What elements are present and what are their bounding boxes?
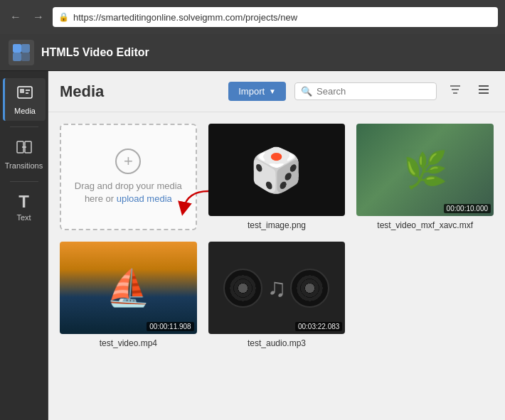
sidebar-media-label: Media — [14, 107, 36, 115]
content-area: Media Import ▼ 🔍 — [48, 71, 505, 420]
upload-media-link[interactable]: upload media — [117, 193, 172, 204]
plus-sign: + — [124, 152, 133, 171]
media-thumb-dice — [208, 124, 346, 216]
media-grid: + Drag and drop your mediahere or upload… — [48, 112, 505, 420]
content-header: Media Import ▼ 🔍 — [48, 71, 505, 112]
app-body: Media Transitions T Text — [0, 71, 505, 420]
app-header: HTML5 Video Editor — [0, 34, 505, 71]
url-text: https://smarteditingonline.solveigmm.com… — [73, 12, 297, 23]
app-title: HTML5 Video Editor — [41, 46, 149, 59]
drop-plus-icon: + — [115, 149, 141, 174]
sidebar: Media Transitions T Text — [0, 71, 48, 420]
media-name-test-image: test_image.png — [248, 220, 306, 230]
media-item-test-audio-mp3[interactable]: ♫ 00:03:22.083 test_audio.mp3 — [208, 242, 346, 348]
media-thumb-ship: 00:00:11.908 — [60, 242, 197, 334]
forward-button[interactable]: → — [30, 9, 47, 26]
svg-rect-5 — [20, 89, 24, 93]
media-item-test-video-mp4[interactable]: 00:00:11.908 test_video.mp4 — [60, 242, 197, 348]
back-button[interactable]: ← — [7, 9, 24, 26]
media-icon — [16, 84, 33, 104]
import-dropdown-arrow: ▼ — [269, 87, 276, 95]
vinyl-left — [223, 269, 262, 308]
media-duration-mxf: 00:00:10.000 — [444, 204, 491, 213]
logo-icon — [11, 43, 31, 63]
app-container: HTML5 Video Editor Media — [0, 34, 505, 420]
search-box: 🔍 — [294, 82, 437, 100]
search-icon: 🔍 — [301, 86, 312, 97]
content-title: Media — [60, 82, 220, 101]
sidebar-divider-1 — [10, 126, 38, 127]
address-bar: 🔒 https://smarteditingonline.solveigmm.c… — [53, 7, 498, 27]
sidebar-item-text[interactable]: T Text — [3, 188, 46, 227]
browser-chrome: ← → 🔒 https://smarteditingonline.solveig… — [0, 0, 505, 34]
drop-text: Drag and drop your mediahere or upload m… — [75, 180, 182, 205]
media-duration-mp4: 00:00:11.908 — [147, 322, 193, 331]
import-label: Import — [238, 86, 265, 97]
filter-button[interactable] — [445, 80, 465, 103]
svg-rect-1 — [21, 44, 30, 53]
filter-icon — [448, 82, 462, 97]
media-thumb-audio: ♫ 00:03:22.083 — [208, 242, 346, 334]
sort-icon — [477, 82, 491, 97]
media-name-test-video-mxf: test_video_mxf_xavc.mxf — [377, 220, 473, 230]
search-input[interactable] — [317, 86, 416, 97]
sort-button[interactable] — [474, 80, 494, 103]
sidebar-item-transitions[interactable]: Transitions — [3, 133, 46, 176]
svg-rect-2 — [13, 53, 21, 61]
svg-rect-0 — [13, 44, 21, 53]
media-name-test-video-mp4: test_video.mp4 — [100, 338, 157, 348]
sidebar-transitions-label: Transitions — [5, 161, 43, 170]
music-note-icon: ♫ — [267, 273, 286, 303]
media-item-test-image[interactable]: test_image.png — [208, 124, 346, 230]
media-name-test-audio-mp3: test_audio.mp3 — [248, 338, 306, 348]
text-icon: T — [18, 193, 29, 210]
lock-icon: 🔒 — [58, 12, 69, 22]
import-button[interactable]: Import ▼ — [228, 82, 286, 101]
transitions-icon — [16, 139, 33, 158]
sidebar-item-media[interactable]: Media — [3, 78, 46, 121]
media-item-test-video-mxf[interactable]: 00:00:10.000 test_video_mxf_xavc.mxf — [356, 124, 494, 230]
vinyl-right — [290, 269, 329, 308]
drop-zone[interactable]: + Drag and drop your mediahere or upload… — [60, 124, 197, 230]
app-logo — [9, 40, 34, 65]
sidebar-text-label: Text — [16, 213, 31, 222]
svg-rect-3 — [21, 53, 30, 61]
media-thumb-flower: 00:00:10.000 — [356, 124, 494, 216]
media-duration-mp3: 00:03:22.083 — [295, 322, 342, 331]
sidebar-divider-2 — [10, 181, 38, 182]
